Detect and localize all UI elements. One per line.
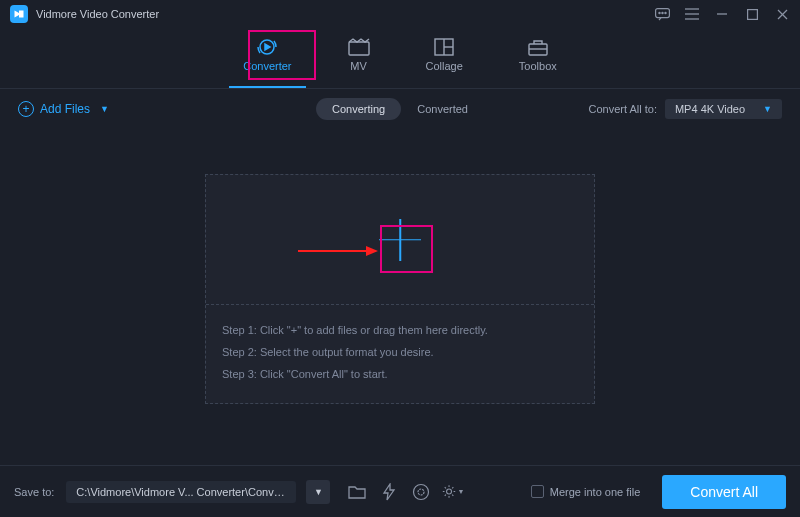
tab-toolbox[interactable]: Toolbox: [511, 34, 565, 78]
close-button[interactable]: [774, 6, 790, 22]
save-path-text: C:\Vidmore\Vidmore V... Converter\Conver…: [76, 486, 286, 498]
convert-all-to: Convert All to: MP4 4K Video ▼: [588, 99, 782, 119]
svg-point-23: [447, 489, 452, 494]
svg-point-1: [658, 12, 659, 13]
svg-rect-13: [349, 42, 369, 55]
convert-all-to-label: Convert All to:: [588, 103, 656, 115]
drop-instructions: Step 1: Click "+" to add files or drag t…: [206, 305, 594, 403]
plus-circle-icon: +: [18, 101, 34, 117]
svg-point-22: [418, 489, 424, 495]
add-files-button[interactable]: + Add Files ▼: [18, 101, 109, 117]
tab-label: Collage: [426, 60, 463, 72]
merge-checkbox[interactable]: Merge into one file: [531, 485, 641, 498]
menu-icon[interactable]: [684, 6, 700, 22]
checkbox-box: [531, 485, 544, 498]
add-file-plus-button[interactable]: [375, 215, 425, 265]
tab-label: Converter: [243, 60, 291, 72]
step-2: Step 2: Select the output format you des…: [222, 341, 578, 363]
mv-icon: [348, 38, 370, 56]
high-speed-icon[interactable]: [410, 481, 432, 503]
save-to-label: Save to:: [14, 486, 54, 498]
merge-label: Merge into one file: [550, 486, 641, 498]
chevron-down-icon: ▼: [100, 104, 109, 114]
app-title: Vidmore Video Converter: [36, 8, 159, 20]
convert-all-button[interactable]: Convert All: [662, 475, 786, 509]
chevron-down-icon: ▼: [763, 104, 772, 114]
converter-icon: [256, 38, 278, 56]
step-1: Step 1: Click "+" to add files or drag t…: [222, 319, 578, 341]
toolbox-icon: [527, 38, 549, 56]
top-tabs: Converter MV Collage Toolbox: [0, 28, 800, 89]
save-path-select[interactable]: C:\Vidmore\Vidmore V... Converter\Conver…: [66, 481, 296, 503]
svg-point-21: [414, 484, 429, 499]
open-folder-icon[interactable]: [346, 481, 368, 503]
format-selected: MP4 4K Video: [675, 103, 745, 115]
tab-collage[interactable]: Collage: [418, 34, 471, 78]
svg-point-2: [661, 12, 662, 13]
subtabs: Converting Converted: [316, 98, 484, 120]
bottom-bar: Save to: C:\Vidmore\Vidmore V... Convert…: [0, 465, 800, 517]
feedback-icon[interactable]: [654, 6, 670, 22]
drop-panel[interactable]: Step 1: Click "+" to add files or drag t…: [205, 174, 595, 404]
drop-zone[interactable]: [206, 175, 594, 305]
title-bar: Vidmore Video Converter: [0, 0, 800, 28]
svg-marker-12: [265, 44, 270, 50]
tab-label: Toolbox: [519, 60, 557, 72]
tab-converter[interactable]: Converter: [235, 34, 299, 78]
window-controls: [654, 6, 790, 22]
step-3: Step 3: Click "Convert All" to start.: [222, 363, 578, 385]
minimize-button[interactable]: [714, 6, 730, 22]
chevron-down-icon: ▼: [457, 488, 464, 495]
collage-icon: [433, 38, 455, 56]
tab-label: MV: [350, 60, 367, 72]
maximize-button[interactable]: [744, 6, 760, 22]
add-files-label: Add Files: [40, 102, 90, 116]
save-path-dropdown[interactable]: ▼: [306, 480, 330, 504]
toolbar: + Add Files ▼ Converting Converted Conve…: [0, 89, 800, 129]
svg-point-3: [664, 12, 665, 13]
bottom-icon-group: ▼: [346, 481, 464, 503]
hardware-accel-icon[interactable]: [378, 481, 400, 503]
app-logo: [10, 5, 28, 23]
tab-mv[interactable]: MV: [340, 34, 378, 78]
format-select[interactable]: MP4 4K Video ▼: [665, 99, 782, 119]
subtab-converting[interactable]: Converting: [316, 98, 401, 120]
svg-rect-8: [747, 9, 757, 19]
main-area: Step 1: Click "+" to add files or drag t…: [0, 129, 800, 404]
subtab-converted[interactable]: Converted: [401, 98, 484, 120]
settings-icon[interactable]: ▼: [442, 481, 464, 503]
